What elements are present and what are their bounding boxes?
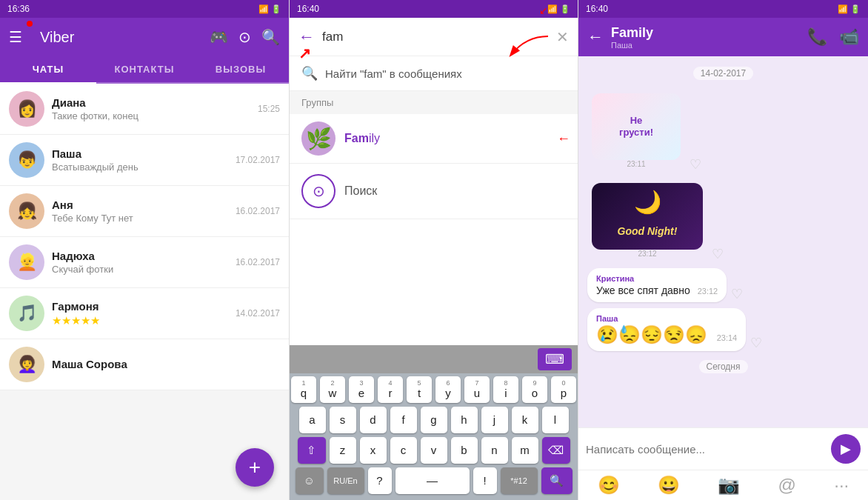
keyboard-toggle-btn[interactable]: ⌨ bbox=[538, 348, 572, 370]
search-label: Поиск bbox=[344, 184, 377, 198]
emoji-icon[interactable]: 😊 bbox=[598, 475, 620, 496]
tab-chats[interactable]: → ЧАТЫ bbox=[0, 56, 96, 82]
key-question[interactable]: ? bbox=[368, 467, 392, 494]
keyboard-row-4: ☺ RU/En ? — ! *#12 🔍 bbox=[291, 467, 576, 494]
status-time-1: 16:36 bbox=[7, 4, 30, 14]
chat-time: 14.02.2017 bbox=[236, 308, 280, 319]
tab-contacts[interactable]: КОНТАКТЫ bbox=[96, 56, 193, 82]
voice-call-icon[interactable]: 📞 bbox=[807, 27, 827, 47]
tab-calls[interactable]: ВЫЗОВЫ bbox=[193, 56, 289, 82]
key-w[interactable]: 2w bbox=[320, 376, 345, 403]
menu-icon[interactable]: ☰ bbox=[9, 28, 22, 46]
viber-search-icon: ⊙ bbox=[301, 174, 335, 208]
viber-qr-icon[interactable]: ⊙ bbox=[238, 28, 251, 46]
key-y[interactable]: 6y bbox=[435, 376, 461, 403]
new-chat-fab[interactable]: + bbox=[236, 448, 274, 487]
video-call-icon[interactable]: 📹 bbox=[839, 27, 859, 47]
key-s[interactable]: s bbox=[330, 407, 356, 433]
mention-icon[interactable]: @ bbox=[778, 475, 796, 496]
avatar: 👱 bbox=[9, 244, 44, 280]
heart-reaction[interactable]: ♡ bbox=[731, 286, 743, 302]
chat-time: 17.02.2017 bbox=[236, 155, 280, 165]
sticker-dont-be-sad: Негрусти! bbox=[592, 93, 681, 160]
back-button[interactable]: ← bbox=[587, 27, 604, 47]
back-button[interactable]: ← bbox=[298, 27, 315, 47]
status-bar-3: 16:40 📶 🔋 bbox=[578, 0, 868, 18]
key-o[interactable]: 9o bbox=[522, 376, 547, 403]
key-n[interactable]: n bbox=[481, 437, 508, 464]
status-icons-1: 📶 🔋 bbox=[258, 4, 281, 14]
key-j[interactable]: j bbox=[481, 407, 508, 433]
list-item[interactable]: 👩 Диана Такие фотки, конец 15:25 bbox=[0, 84, 289, 135]
search-icon[interactable]: 🔍 bbox=[261, 28, 280, 46]
key-r[interactable]: 4r bbox=[378, 376, 403, 403]
key-g[interactable]: g bbox=[421, 407, 447, 433]
send-button[interactable]: ▶ bbox=[831, 434, 861, 464]
key-x[interactable]: x bbox=[360, 437, 387, 464]
keyboard-area: ⌨ 1q 2w 3e 4r 5t 6y 7u 8i 9o 0p a s d bbox=[290, 345, 578, 500]
key-m[interactable]: m bbox=[512, 437, 538, 464]
list-item[interactable]: 🎵 Гармоня ★★★★★ 14.02.2017 bbox=[0, 288, 289, 339]
chat-name: Надюха bbox=[52, 250, 228, 262]
key-b[interactable]: b bbox=[451, 437, 478, 464]
chat-name: Гармоня bbox=[52, 300, 228, 313]
key-shift[interactable]: ⇧ bbox=[298, 437, 326, 464]
key-l[interactable]: l bbox=[542, 407, 569, 433]
key-a[interactable]: a bbox=[299, 407, 326, 433]
key-t[interactable]: 5t bbox=[407, 376, 432, 403]
keyboard: 1q 2w 3e 4r 5t 6y 7u 8i 9o 0p a s d f g … bbox=[290, 373, 578, 500]
chat-preview: Всатываждый день bbox=[52, 161, 228, 173]
key-c[interactable]: c bbox=[390, 437, 417, 464]
key-q[interactable]: 1q bbox=[291, 376, 316, 403]
keyboard-row-2: a s d f g h j k l bbox=[291, 407, 576, 433]
message-input[interactable] bbox=[586, 443, 825, 456]
arrow-to-search: ↗ bbox=[298, 44, 311, 62]
chat-time: 16.02.2017 bbox=[236, 257, 280, 267]
key-p[interactable]: 0p bbox=[551, 376, 576, 403]
camera-icon[interactable]: 📷 bbox=[718, 475, 740, 496]
chat-input-bar: ▶ bbox=[578, 427, 868, 470]
more-icon[interactable]: ··· bbox=[834, 475, 849, 496]
chat-info: Диана Такие фотки, конец bbox=[52, 96, 250, 121]
search-panel: 16:40 📶 🔋 ← ✕ ↙ 🔍 Найти "fam" в сообщени… bbox=[289, 0, 578, 500]
key-emoji[interactable]: ☺ bbox=[296, 467, 324, 494]
heart-reaction[interactable]: ♡ bbox=[750, 335, 762, 351]
list-item[interactable]: 👦 Паша Всатываждый день 17.02.2017 bbox=[0, 135, 289, 186]
key-u[interactable]: 7u bbox=[464, 376, 490, 403]
search-icon-row[interactable]: ⊙ Поиск bbox=[290, 164, 578, 219]
chat-info: Паша Всатываждый день bbox=[52, 147, 228, 173]
key-lang[interactable]: RU/En bbox=[327, 467, 364, 494]
key-z[interactable]: z bbox=[330, 437, 356, 464]
chat-header-info: Family Паша bbox=[611, 25, 800, 50]
heart-reaction[interactable]: ♡ bbox=[690, 156, 701, 173]
keyboard-toolbar: ⌨ bbox=[290, 345, 578, 373]
list-item[interactable]: 👱 Надюха Скучай фотки 16.02.2017 bbox=[0, 237, 289, 288]
key-symbols[interactable]: *#12 bbox=[501, 467, 538, 494]
key-backspace[interactable]: ⌫ bbox=[542, 437, 570, 464]
search-result-family[interactable]: 🌿 Family ← bbox=[290, 114, 578, 164]
key-e[interactable]: 3e bbox=[349, 376, 374, 403]
key-d[interactable]: d bbox=[360, 407, 387, 433]
chat-info: Гармоня ★★★★★ bbox=[52, 300, 228, 327]
status-icons-2: 📶 🔋 bbox=[547, 4, 570, 14]
key-i[interactable]: 8i bbox=[493, 376, 518, 403]
key-k[interactable]: k bbox=[512, 407, 538, 433]
heart-reaction[interactable]: ♡ bbox=[712, 246, 724, 262]
key-space[interactable]: — bbox=[395, 467, 470, 494]
app-title: Viber bbox=[40, 29, 201, 46]
messages-area: 14-02-2017 Негрусти! 23:11 ♡ 🌙 Good Nigh… bbox=[578, 56, 868, 427]
key-h[interactable]: h bbox=[451, 407, 478, 433]
message-text: Уже все спят давно 23:12 bbox=[596, 284, 718, 296]
chat-name: Паша bbox=[52, 147, 228, 160]
game-icon[interactable]: 🎮 bbox=[210, 28, 228, 46]
status-time-2: 16:40 bbox=[297, 4, 319, 14]
status-bar-2: 16:40 📶 🔋 bbox=[290, 0, 578, 18]
key-search[interactable]: 🔍 bbox=[541, 467, 572, 494]
sticker-icon[interactable]: 😀 bbox=[658, 475, 680, 496]
list-item[interactable]: 👧 Аня Тебе Кому Тут нет 16.02.2017 bbox=[0, 186, 289, 237]
key-f[interactable]: f bbox=[390, 407, 417, 433]
msg-row: 🌙 Good Night! 23:12 ♡ bbox=[587, 179, 859, 262]
key-exclaim[interactable]: ! bbox=[473, 467, 497, 494]
list-item[interactable]: 👩‍🦱 Маша Сорова bbox=[0, 339, 289, 390]
key-v[interactable]: v bbox=[421, 437, 447, 464]
